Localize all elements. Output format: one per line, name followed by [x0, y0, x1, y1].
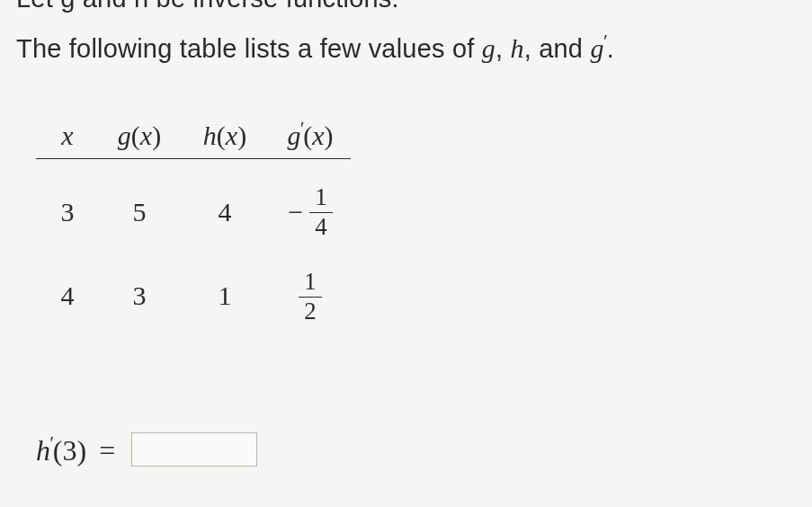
equals-sign: = [99, 434, 115, 467]
header-gpx: g′(x) [270, 117, 351, 151]
intro-prefix: The following table lists a few values o… [16, 34, 482, 63]
answer-prompt: h′(3) = [36, 431, 257, 467]
header-gx-arg: x [140, 120, 152, 150]
cutoff-context-text: Let g and h be inverse functions. [16, 0, 399, 13]
cell-gx: 3 [99, 280, 180, 311]
intro-suffix: . [607, 34, 614, 63]
table-row: 4 3 1 1 2 [36, 265, 351, 325]
values-table: x g(x) h(x) g′(x) 3 5 4 − 1 4 4 3 1 [36, 117, 351, 325]
fraction-numerator: 1 [299, 269, 322, 297]
cell-hx: 4 [180, 197, 270, 227]
cell-gpx: − 1 4 [270, 184, 351, 240]
header-gpx-arg: x [312, 120, 324, 150]
fn-g: g [482, 33, 495, 63]
close-paren: ) [76, 434, 86, 467]
answer-input[interactable] [131, 432, 257, 467]
header-gx-fn: g [118, 120, 131, 150]
fraction: 1 4 [309, 184, 333, 240]
close-paren: ) [152, 120, 161, 150]
open-paren: ( [53, 434, 63, 467]
header-hx-arg: x [226, 120, 237, 150]
intro-text: The following table lists a few values o… [16, 30, 614, 64]
fraction: 1 2 [299, 269, 322, 325]
cell-x: 3 [36, 197, 99, 227]
fraction-denominator: 2 [299, 297, 322, 325]
open-paren: ( [303, 120, 312, 150]
cell-gpx: 1 2 [270, 265, 351, 325]
cell-hx: 1 [180, 280, 270, 311]
cell-x: 4 [36, 280, 99, 311]
header-hx: h(x) [180, 120, 270, 151]
cell-gx: 5 [99, 197, 180, 227]
fraction-denominator: 4 [309, 212, 333, 241]
intro-sep1: , [495, 34, 511, 63]
close-paren: ) [237, 120, 246, 150]
table-header-row: x g(x) h(x) g′(x) [36, 117, 351, 159]
header-x-label: x [61, 120, 73, 150]
open-paren: ( [217, 120, 226, 150]
answer-arg: 3 [62, 434, 76, 467]
fn-h: h [511, 33, 524, 63]
answer-label: h′(3) = [36, 431, 120, 467]
intro-sep2: , and [524, 34, 591, 63]
header-x: x [36, 120, 99, 151]
header-hx-fn: h [203, 120, 217, 150]
header-gx: g(x) [99, 120, 180, 151]
minus-sign: − [288, 197, 303, 227]
close-paren: ) [325, 120, 334, 150]
fraction-numerator: 1 [309, 184, 333, 212]
table-row: 3 5 4 − 1 4 [36, 184, 351, 240]
open-paren: ( [131, 120, 140, 150]
